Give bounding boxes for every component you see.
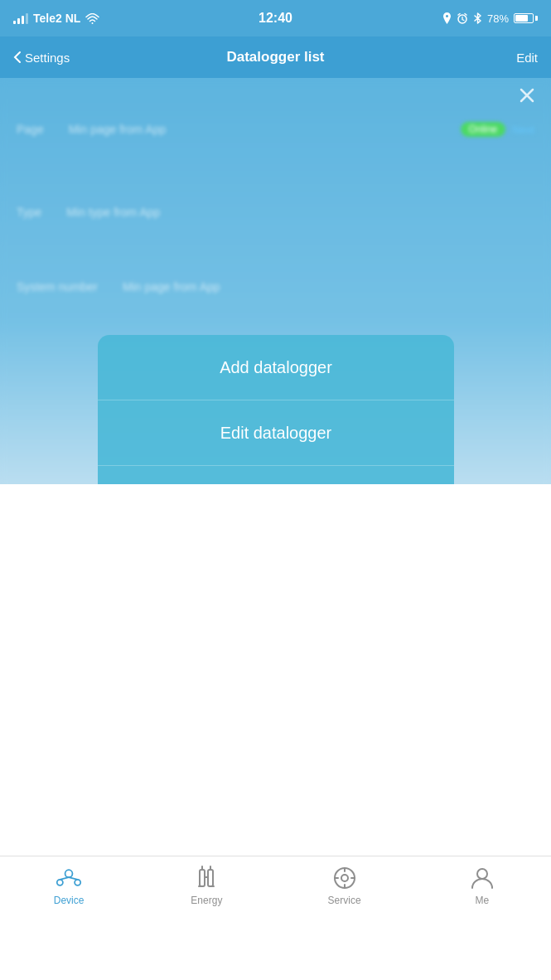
tab-device-label: Device <box>54 895 85 906</box>
close-icon[interactable] <box>518 86 536 109</box>
wifi-icon <box>85 13 99 24</box>
status-right: 78% <box>442 12 538 25</box>
bg-row-1: Page Min page from App Online Next <box>0 111 551 148</box>
battery-percent: 78% <box>487 12 509 25</box>
tab-service-label: Service <box>328 895 361 906</box>
carrier-name: Tele2 NL <box>33 12 80 25</box>
bg-row-2: Type Min type from App <box>0 194 551 230</box>
edit-button[interactable]: Edit <box>516 51 538 65</box>
bluetooth-icon <box>473 12 482 24</box>
svg-rect-7 <box>200 870 205 886</box>
edit-datalogger-button[interactable]: Edit datalogger <box>98 400 454 466</box>
tab-energy-label: Energy <box>191 895 222 906</box>
delete-datalogger-button[interactable]: Delete datalogger <box>98 466 454 484</box>
alarm-icon <box>457 12 468 24</box>
tab-me-label: Me <box>476 895 490 906</box>
popup-menu: Add datalogger Edit datalogger Delete da… <box>98 335 454 484</box>
nav-bar: Settings Datalogger list Edit <box>0 36 551 78</box>
svg-rect-8 <box>208 870 213 886</box>
svg-point-15 <box>477 869 487 879</box>
energy-icon <box>193 865 220 891</box>
location-icon <box>442 12 452 24</box>
white-area: Device Energy <box>0 484 551 930</box>
svg-point-0 <box>92 22 94 24</box>
status-bar: Tele2 NL 12:40 78% <box>0 0 551 36</box>
background-area: Page Min page from App Online Next Type … <box>0 78 551 484</box>
signal-icon <box>13 12 28 24</box>
status-time: 12:40 <box>259 11 292 26</box>
tab-me[interactable]: Me <box>413 865 551 906</box>
add-datalogger-button[interactable]: Add datalogger <box>98 335 454 400</box>
tab-energy[interactable]: Energy <box>138 865 275 906</box>
svg-point-10 <box>341 875 348 881</box>
status-left: Tele2 NL <box>13 12 99 25</box>
device-icon <box>56 865 82 891</box>
tab-bar: Device Energy <box>0 856 551 930</box>
service-icon <box>331 865 358 891</box>
svg-line-6 <box>69 877 78 880</box>
svg-line-5 <box>60 877 69 880</box>
tab-device[interactable]: Device <box>0 865 138 906</box>
nav-title: Datalogger list <box>226 49 324 65</box>
svg-point-4 <box>75 880 80 885</box>
battery-icon <box>514 13 538 23</box>
back-label: Settings <box>25 51 70 65</box>
me-icon <box>469 865 495 891</box>
svg-point-3 <box>57 880 63 885</box>
back-button[interactable]: Settings <box>13 51 70 65</box>
tab-service[interactable]: Service <box>276 865 413 906</box>
svg-point-2 <box>65 870 73 877</box>
bg-row-3: System number Min page from App <box>0 269 551 305</box>
